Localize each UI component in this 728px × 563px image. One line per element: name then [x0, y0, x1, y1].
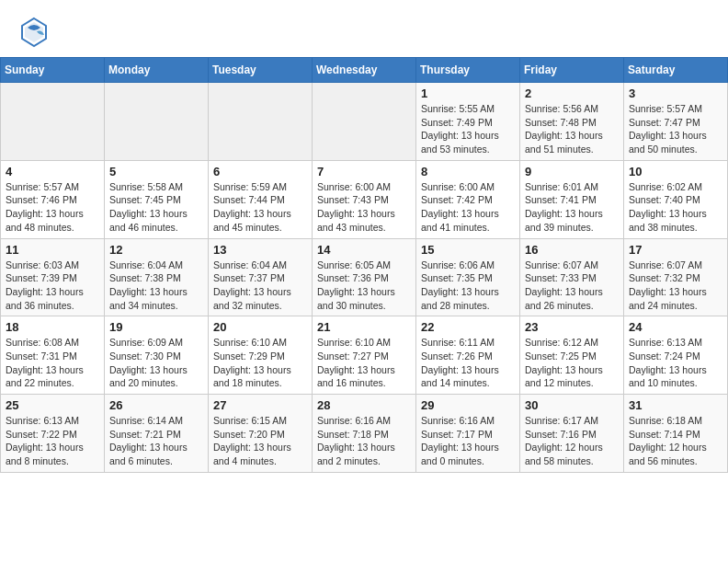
- day-info: Sunrise: 6:17 AM Sunset: 7:16 PM Dayligh…: [525, 414, 619, 468]
- weekday-header-sunday: Sunday: [1, 58, 105, 83]
- calendar-cell: 6Sunrise: 5:59 AM Sunset: 7:44 PM Daylig…: [209, 160, 313, 238]
- calendar-cell: 17Sunrise: 6:07 AM Sunset: 7:32 PM Dayli…: [624, 238, 728, 316]
- day-number: 4: [6, 165, 99, 178]
- day-info: Sunrise: 6:02 AM Sunset: 7:40 PM Dayligh…: [629, 180, 722, 235]
- calendar-cell: 14Sunrise: 6:05 AM Sunset: 7:36 PM Dayli…: [313, 238, 416, 316]
- day-info: Sunrise: 5:57 AM Sunset: 7:46 PM Dayligh…: [6, 180, 99, 235]
- day-number: 2: [525, 86, 619, 100]
- day-number: 5: [109, 165, 203, 178]
- calendar-cell: 24Sunrise: 6:13 AM Sunset: 7:24 PM Dayli…: [624, 316, 728, 395]
- day-info: Sunrise: 6:15 AM Sunset: 7:20 PM Dayligh…: [213, 414, 307, 468]
- weekday-header-saturday: Saturday: [624, 58, 728, 83]
- day-info: Sunrise: 6:05 AM Sunset: 7:36 PM Dayligh…: [317, 259, 411, 313]
- day-number: 3: [629, 86, 722, 100]
- calendar-cell: 4Sunrise: 5:57 AM Sunset: 7:46 PM Daylig…: [1, 160, 105, 238]
- day-number: 28: [317, 398, 411, 412]
- calendar-cell: 8Sunrise: 6:00 AM Sunset: 7:42 PM Daylig…: [416, 160, 520, 238]
- day-info: Sunrise: 6:10 AM Sunset: 7:27 PM Dayligh…: [317, 336, 411, 390]
- day-number: 19: [109, 320, 203, 334]
- calendar-week-2: 4Sunrise: 5:57 AM Sunset: 7:46 PM Daylig…: [1, 160, 728, 238]
- calendar-cell: 5Sunrise: 5:58 AM Sunset: 7:45 PM Daylig…: [105, 160, 209, 238]
- day-number: 16: [525, 243, 619, 257]
- day-number: 24: [629, 320, 722, 334]
- day-number: 25: [6, 398, 99, 412]
- calendar-cell: 26Sunrise: 6:14 AM Sunset: 7:21 PM Dayli…: [105, 395, 209, 473]
- calendar-cell: 13Sunrise: 6:04 AM Sunset: 7:37 PM Dayli…: [209, 238, 313, 316]
- calendar-cell: 1Sunrise: 5:55 AM Sunset: 7:49 PM Daylig…: [416, 83, 520, 161]
- day-info: Sunrise: 5:58 AM Sunset: 7:45 PM Dayligh…: [109, 180, 203, 235]
- day-info: Sunrise: 6:16 AM Sunset: 7:17 PM Dayligh…: [421, 414, 515, 468]
- calendar-cell: 25Sunrise: 6:13 AM Sunset: 7:22 PM Dayli…: [1, 395, 105, 473]
- day-number: 23: [525, 320, 619, 334]
- day-number: 1: [421, 86, 515, 100]
- day-number: 12: [109, 243, 203, 257]
- day-number: 11: [6, 243, 99, 257]
- calendar-cell: 12Sunrise: 6:04 AM Sunset: 7:38 PM Dayli…: [105, 238, 209, 316]
- day-number: 7: [317, 165, 411, 178]
- day-info: Sunrise: 6:01 AM Sunset: 7:41 PM Dayligh…: [525, 180, 619, 235]
- calendar-cell: 31Sunrise: 6:18 AM Sunset: 7:14 PM Dayli…: [624, 395, 728, 473]
- day-number: 14: [317, 243, 411, 257]
- logo-icon: [18, 15, 50, 50]
- day-info: Sunrise: 6:04 AM Sunset: 7:37 PM Dayligh…: [213, 259, 307, 313]
- calendar-cell: 23Sunrise: 6:12 AM Sunset: 7:25 PM Dayli…: [520, 316, 624, 395]
- day-info: Sunrise: 6:00 AM Sunset: 7:43 PM Dayligh…: [317, 180, 411, 235]
- day-info: Sunrise: 5:55 AM Sunset: 7:49 PM Dayligh…: [421, 102, 515, 156]
- calendar-cell: [1, 83, 105, 161]
- calendar-cell: 18Sunrise: 6:08 AM Sunset: 7:31 PM Dayli…: [1, 316, 105, 395]
- day-info: Sunrise: 6:09 AM Sunset: 7:30 PM Dayligh…: [109, 336, 203, 390]
- weekday-header-tuesday: Tuesday: [209, 58, 313, 83]
- calendar-cell: 19Sunrise: 6:09 AM Sunset: 7:30 PM Dayli…: [105, 316, 209, 395]
- day-number: 22: [421, 320, 515, 334]
- day-info: Sunrise: 6:13 AM Sunset: 7:22 PM Dayligh…: [6, 414, 99, 468]
- day-number: 27: [213, 398, 307, 412]
- day-number: 8: [421, 165, 515, 178]
- calendar-cell: 20Sunrise: 6:10 AM Sunset: 7:29 PM Dayli…: [209, 316, 313, 395]
- day-number: 15: [421, 243, 515, 257]
- calendar-week-1: 1Sunrise: 5:55 AM Sunset: 7:49 PM Daylig…: [1, 83, 728, 161]
- day-info: Sunrise: 6:00 AM Sunset: 7:42 PM Dayligh…: [421, 180, 515, 235]
- weekday-header-friday: Friday: [520, 58, 624, 83]
- weekday-header-monday: Monday: [105, 58, 209, 83]
- calendar-cell: 15Sunrise: 6:06 AM Sunset: 7:35 PM Dayli…: [416, 238, 520, 316]
- day-number: 31: [629, 398, 722, 412]
- day-number: 30: [525, 398, 619, 412]
- calendar-cell: 29Sunrise: 6:16 AM Sunset: 7:17 PM Dayli…: [416, 395, 520, 473]
- weekday-header-row: SundayMondayTuesdayWednesdayThursdayFrid…: [1, 58, 728, 83]
- calendar-week-4: 18Sunrise: 6:08 AM Sunset: 7:31 PM Dayli…: [1, 316, 728, 395]
- calendar-cell: 2Sunrise: 5:56 AM Sunset: 7:48 PM Daylig…: [520, 83, 624, 161]
- day-number: 10: [629, 165, 722, 178]
- calendar-cell: 28Sunrise: 6:16 AM Sunset: 7:18 PM Dayli…: [313, 395, 416, 473]
- day-info: Sunrise: 5:56 AM Sunset: 7:48 PM Dayligh…: [525, 102, 619, 156]
- day-info: Sunrise: 5:57 AM Sunset: 7:47 PM Dayligh…: [629, 102, 722, 156]
- day-info: Sunrise: 6:08 AM Sunset: 7:31 PM Dayligh…: [6, 336, 99, 390]
- calendar-cell: 21Sunrise: 6:10 AM Sunset: 7:27 PM Dayli…: [313, 316, 416, 395]
- weekday-header-wednesday: Wednesday: [313, 58, 416, 83]
- day-number: 21: [317, 320, 411, 334]
- calendar-cell: 7Sunrise: 6:00 AM Sunset: 7:43 PM Daylig…: [313, 160, 416, 238]
- day-number: 6: [213, 165, 307, 178]
- day-info: Sunrise: 6:14 AM Sunset: 7:21 PM Dayligh…: [109, 414, 203, 468]
- calendar-cell: 10Sunrise: 6:02 AM Sunset: 7:40 PM Dayli…: [624, 160, 728, 238]
- calendar-cell: [105, 83, 209, 161]
- day-info: Sunrise: 6:07 AM Sunset: 7:32 PM Dayligh…: [629, 259, 722, 313]
- day-info: Sunrise: 6:13 AM Sunset: 7:24 PM Dayligh…: [629, 336, 722, 390]
- calendar-cell: [209, 83, 313, 161]
- day-info: Sunrise: 6:06 AM Sunset: 7:35 PM Dayligh…: [421, 259, 515, 313]
- day-info: Sunrise: 6:03 AM Sunset: 7:39 PM Dayligh…: [6, 259, 99, 313]
- day-info: Sunrise: 5:59 AM Sunset: 7:44 PM Dayligh…: [213, 180, 307, 235]
- header: [0, 0, 728, 57]
- day-number: 17: [629, 243, 722, 257]
- calendar-cell: 30Sunrise: 6:17 AM Sunset: 7:16 PM Dayli…: [520, 395, 624, 473]
- calendar-cell: 3Sunrise: 5:57 AM Sunset: 7:47 PM Daylig…: [624, 83, 728, 161]
- day-info: Sunrise: 6:12 AM Sunset: 7:25 PM Dayligh…: [525, 336, 619, 390]
- day-info: Sunrise: 6:04 AM Sunset: 7:38 PM Dayligh…: [109, 259, 203, 313]
- day-info: Sunrise: 6:10 AM Sunset: 7:29 PM Dayligh…: [213, 336, 307, 390]
- calendar-cell: 11Sunrise: 6:03 AM Sunset: 7:39 PM Dayli…: [1, 238, 105, 316]
- calendar-cell: 9Sunrise: 6:01 AM Sunset: 7:41 PM Daylig…: [520, 160, 624, 238]
- calendar-table: SundayMondayTuesdayWednesdayThursdayFrid…: [0, 57, 728, 473]
- day-number: 20: [213, 320, 307, 334]
- calendar-cell: 16Sunrise: 6:07 AM Sunset: 7:33 PM Dayli…: [520, 238, 624, 316]
- day-info: Sunrise: 6:11 AM Sunset: 7:26 PM Dayligh…: [421, 336, 515, 390]
- day-number: 13: [213, 243, 307, 257]
